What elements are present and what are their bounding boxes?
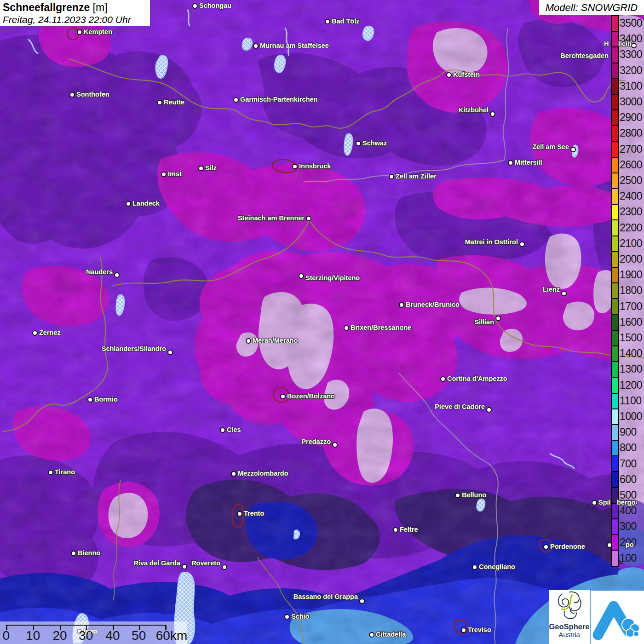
colorbar-tick-label: 2600 bbox=[620, 157, 644, 172]
city-marker bbox=[87, 397, 93, 402]
colorbar-tick-label: 3200 bbox=[620, 63, 644, 78]
colorbar-cell bbox=[612, 283, 618, 299]
colorbar-cell bbox=[612, 95, 618, 110]
city-label: Kufstein bbox=[453, 70, 480, 79]
city-marker bbox=[325, 19, 330, 24]
colorbar-tick-label: 2300 bbox=[620, 204, 644, 219]
colorbar-cell bbox=[612, 268, 618, 283]
colorbar-cell bbox=[612, 158, 618, 173]
city-marker bbox=[543, 544, 549, 550]
city-label-fragment: llein bbox=[618, 40, 632, 47]
city-marker bbox=[48, 470, 53, 475]
scalebar-label: 50 bbox=[132, 628, 146, 643]
city-marker bbox=[359, 598, 365, 604]
city-label: Rovereto bbox=[191, 559, 220, 568]
colorbar-cell bbox=[612, 551, 618, 565]
city-label-fragment: H bbox=[604, 40, 609, 47]
city-marker bbox=[284, 614, 290, 620]
colorbar-cell bbox=[612, 205, 618, 220]
colorbar-tick-label: 1500 bbox=[620, 330, 644, 345]
colorbar-tick-label: 1300 bbox=[620, 361, 644, 377]
colorbar-cell bbox=[612, 331, 618, 346]
city-label: Landeck bbox=[132, 199, 160, 208]
colorbar-tick-label: 1000 bbox=[620, 408, 644, 424]
city-label: Riva del Garda bbox=[133, 559, 180, 568]
city-label: Cittadella bbox=[376, 630, 406, 639]
city-marker bbox=[508, 160, 513, 166]
city-label: Schlanders/Silandro bbox=[102, 345, 166, 353]
city-marker bbox=[220, 427, 225, 433]
geosphere-logo-text: GeoSphere bbox=[549, 622, 590, 631]
city-marker bbox=[332, 442, 338, 448]
city-label: Brixen/Bressanone bbox=[351, 323, 411, 332]
city-marker bbox=[369, 632, 374, 638]
colorbar-cell bbox=[612, 409, 618, 425]
title-box: Schneefallgrenze [m] Freitag, 24.11.2023… bbox=[0, 0, 150, 26]
snowline-map-canvas: SchongauBad TölzKemptenMurnau am Staffel… bbox=[0, 0, 644, 644]
scalebar-label: 20 bbox=[52, 628, 67, 643]
city-marker bbox=[486, 407, 492, 413]
colorbar-tick-label: 2800 bbox=[620, 125, 644, 141]
colorbar-cell bbox=[612, 472, 618, 488]
city-label: Nauders bbox=[86, 268, 113, 276]
geosphere-logo: GeoSphere Austria bbox=[549, 590, 590, 644]
title-datetime: Freitag, 24.11.2023 22:00 Uhr bbox=[3, 14, 150, 25]
colorbar-cell bbox=[612, 220, 618, 236]
colorbar-tick-label: 900 bbox=[620, 424, 644, 440]
colorbar-tick-label: 800 bbox=[620, 440, 644, 455]
city-label-fragment: po bbox=[626, 541, 634, 548]
city-marker bbox=[490, 111, 495, 117]
city-marker bbox=[592, 500, 597, 506]
colorbar-cell bbox=[612, 362, 618, 378]
colorbar-cell bbox=[612, 252, 618, 268]
mountain-cloud-icon bbox=[591, 591, 644, 644]
colorbar-tick-label: 2900 bbox=[620, 109, 644, 125]
city-marker bbox=[32, 330, 38, 336]
city-label: Belluno bbox=[462, 491, 486, 500]
city-marker bbox=[455, 493, 460, 498]
city-label: Murnau am Staffelsee bbox=[260, 41, 329, 50]
city-label: Cortina d'Ampezzo bbox=[447, 374, 507, 383]
colorbar-tick-label: 2000 bbox=[620, 251, 644, 267]
city-label: Treviso bbox=[468, 626, 491, 634]
city-marker bbox=[222, 564, 227, 570]
city-marker bbox=[299, 273, 304, 279]
colorbar-tick-label: 2100 bbox=[620, 236, 644, 251]
city-marker bbox=[446, 72, 452, 78]
city-label: Garmisch-Partenkirchen bbox=[240, 95, 317, 104]
city-marker bbox=[157, 100, 162, 105]
colorbar-cell bbox=[612, 16, 618, 32]
city-label: Kitzbühel bbox=[459, 106, 489, 115]
city-label: Zernez bbox=[39, 328, 61, 337]
city-marker bbox=[246, 338, 251, 344]
colorbar-cell bbox=[612, 441, 618, 456]
colorbar-cell bbox=[612, 425, 618, 441]
city-label: Schwaz bbox=[362, 139, 387, 148]
city-label: Imst bbox=[168, 170, 182, 178]
city-label: Meran/Merano bbox=[253, 336, 298, 345]
colorbar-tick-label: 700 bbox=[620, 456, 644, 472]
colorbar-tick-label: 2400 bbox=[620, 188, 644, 204]
partner-logo bbox=[591, 591, 644, 644]
city-marker bbox=[126, 201, 131, 207]
city-label: Schio bbox=[291, 612, 309, 621]
colorbar-cell bbox=[612, 173, 618, 189]
city-label: Matrei in Osttirol bbox=[465, 238, 518, 247]
scalebar-label: 30 bbox=[79, 628, 93, 643]
city-label: Tirano bbox=[55, 468, 75, 477]
city-marker bbox=[399, 302, 404, 308]
colorbar-tick-label: 3500 bbox=[620, 15, 644, 31]
colorbar-cell bbox=[612, 142, 618, 158]
city-marker bbox=[561, 291, 567, 296]
colorbar-tick-label: 1800 bbox=[620, 282, 644, 298]
colorbar-tick-label: 600 bbox=[620, 472, 644, 487]
city-marker bbox=[461, 627, 466, 633]
colorbar-cell bbox=[612, 63, 618, 79]
city-marker bbox=[570, 147, 576, 152]
city-label: Reutte bbox=[164, 98, 184, 107]
title-unit: [m] bbox=[93, 1, 108, 13]
colorbar-tick-label: 100 bbox=[620, 550, 644, 566]
city-marker bbox=[519, 242, 525, 247]
city-label: Sonthofen bbox=[76, 90, 109, 99]
city-label: Bassano del Grappa bbox=[293, 592, 358, 601]
